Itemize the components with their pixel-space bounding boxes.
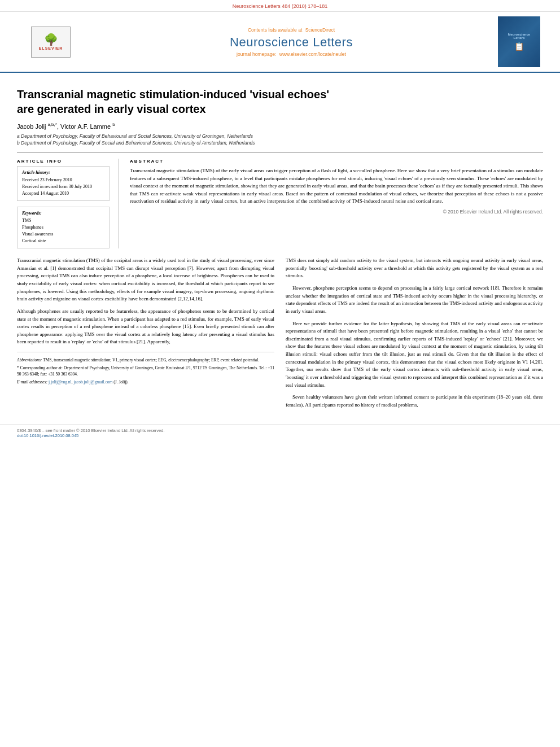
fn-abbrev-text: Abbreviations: xyxy=(17,357,42,362)
journal-header: 🌳 ELSEVIER Contents lists available at S… xyxy=(0,12,560,73)
article-info-column: Article Info Article history: Received 2… xyxy=(17,159,119,248)
info-abstract-section: Article Info Article history: Received 2… xyxy=(17,159,543,248)
article-history-heading: Article history: xyxy=(22,170,104,175)
header-divider xyxy=(17,152,543,153)
body-para-1: Transcranial magnetic stimulation (TMS) … xyxy=(17,257,274,303)
body-para-6: Seven healthy volunteers have given thei… xyxy=(286,394,543,409)
elsevier-logo-box: 🌳 ELSEVIER xyxy=(31,27,71,58)
copyright-line: © 2010 Elsevier Ireland Ltd. All rights … xyxy=(130,209,543,215)
journal-citation: Neuroscience Letters 484 (2010) 178–181 xyxy=(0,0,560,12)
affil-a-text: a Department of Psychology, Faculty of B… xyxy=(17,133,253,140)
affil-b-text: b Department of Psychology, Faculty of S… xyxy=(17,139,255,147)
abstract-column: Abstract Transcranial magnetic stimulati… xyxy=(130,159,543,248)
fn-email-label: E-mail addresses: xyxy=(17,379,47,385)
affil-a: a Department of Psychology, Faculty of B… xyxy=(17,133,543,140)
body-para-5: Here we provide further evidence for the… xyxy=(286,320,543,390)
article-info-label: Article Info xyxy=(17,159,110,164)
doi-line: doi:10.1016/j.neulet.2010.08.045 xyxy=(17,433,543,438)
keyword-tms: TMS xyxy=(22,217,104,224)
sciencedirect-link: Contents lists available at ScienceDirec… xyxy=(85,27,498,33)
citation-text: Neuroscience Letters 484 (2010) 178–181 xyxy=(233,3,328,9)
keywords-heading: Keywords: xyxy=(22,211,104,216)
keyword-visual-awareness: Visual awareness xyxy=(22,231,104,238)
authors-line: Jacob Jolij a,b,*, Victor A.F. Lamme b xyxy=(17,122,543,130)
revised-date: Received in revised form 30 July 2010 xyxy=(22,184,104,190)
journal-title: Neuroscience Letters xyxy=(85,35,498,50)
author-jolij-sup: a,b,* xyxy=(47,122,56,127)
elsevier-name: ELSEVIER xyxy=(39,46,63,50)
bottom-bar: 0304-3940/$ – see front matter © 2010 El… xyxy=(0,425,560,441)
article-history-box: Article history: Received 23 February 20… xyxy=(17,166,110,201)
affiliations: a Department of Psychology, Faculty of B… xyxy=(17,133,543,147)
accepted-date: Accepted 14 August 2010 xyxy=(22,190,104,197)
article-title: Transcranial magnetic stimulation-induce… xyxy=(17,87,543,116)
elsevier-tree-icon: 🌳 xyxy=(44,34,58,45)
affil-b: b Department of Psychology, Faculty of S… xyxy=(17,139,543,147)
author-lamme: Victor A.F. Lamme xyxy=(60,123,111,130)
author-lamme-sup: b xyxy=(112,122,115,127)
footnote-abbreviations: Abbreviations: TMS, transcranial magneti… xyxy=(17,355,274,363)
keyword-phosphenes: Phosphenes xyxy=(22,224,104,231)
keywords-box: Keywords: TMS Phosphenes Visual awarenes… xyxy=(17,207,110,248)
footnote-email: E-mail addresses: j.jolij@rug.nl, jacob.… xyxy=(17,379,274,385)
journal-homepage: journal homepage: www.elsevier.com/locat… xyxy=(85,51,498,57)
body-para-3: TMS does not simply add random activity … xyxy=(286,257,543,280)
body-col-right: TMS does not simply add random activity … xyxy=(286,257,543,413)
email-link-1[interactable]: j.jolij@rug.nl xyxy=(49,379,72,385)
homepage-url[interactable]: www.elsevier.com/locate/neulet xyxy=(279,51,346,57)
elsevier-logo: 🌳 ELSEVIER xyxy=(17,27,85,58)
abstract-label: Abstract xyxy=(130,159,543,164)
keyword-cortical-state: Cortical state xyxy=(22,238,104,244)
elsevier-logo-area: 🌳 ELSEVIER xyxy=(17,27,85,58)
footnote-area: Abbreviations: TMS, transcranial magneti… xyxy=(17,352,274,386)
issn-line: 0304-3940/$ – see front matter © 2010 El… xyxy=(17,428,543,433)
body-text-area: Transcranial magnetic stimulation (TMS) … xyxy=(17,257,543,413)
main-content: Transcranial magnetic stimulation-induce… xyxy=(0,73,560,425)
email-link-2[interactable]: jacob.jolij@gmail.com xyxy=(73,379,112,385)
doi-text[interactable]: doi:10.1016/j.neulet.2010.08.045 xyxy=(17,433,78,438)
received-date: Received 23 February 2010 xyxy=(22,177,104,184)
homepage-label: journal homepage: xyxy=(237,51,276,57)
abstract-text: Transcranial magnetic stimulation (TMS) … xyxy=(130,167,543,206)
journal-title-area: Contents lists available at ScienceDirec… xyxy=(85,27,498,57)
body-para-2: Although phosphenes are usually reported… xyxy=(17,308,274,346)
journal-thumbnail-area: Neuroscience Letters 📋 xyxy=(498,16,543,67)
author-jolij: Jacob Jolij xyxy=(17,123,46,130)
contents-label: Contents lists available at xyxy=(248,27,302,33)
body-para-4: However, phosphene perception seems to d… xyxy=(286,285,543,316)
footnote-corresponding: * Corresponding author at: Department of… xyxy=(17,365,274,378)
sciencedirect-name[interactable]: ScienceDirect xyxy=(305,27,335,33)
body-col-left: Transcranial magnetic stimulation (TMS) … xyxy=(17,257,274,413)
journal-thumbnail: Neuroscience Letters 📋 xyxy=(498,16,540,67)
